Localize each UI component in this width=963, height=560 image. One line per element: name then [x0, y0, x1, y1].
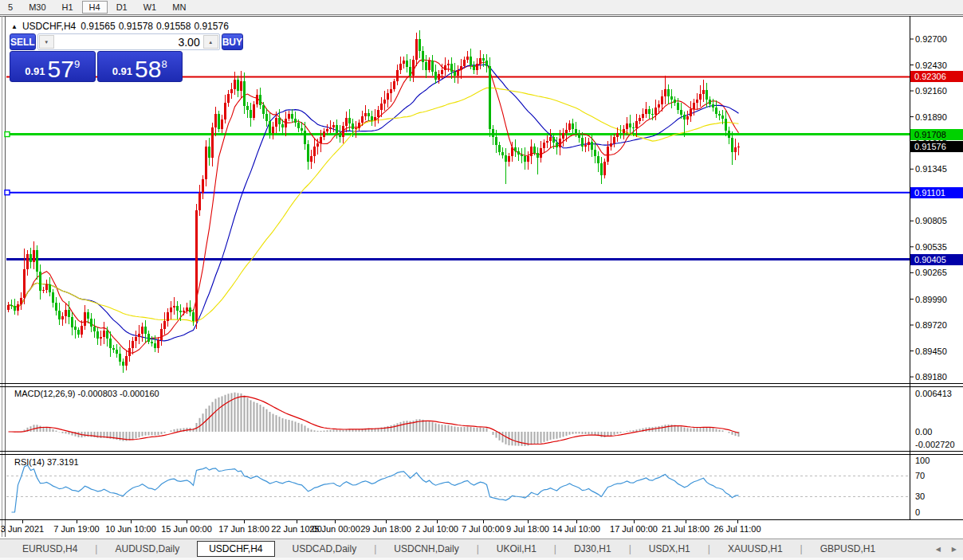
sell-price-pip: 9	[74, 58, 80, 70]
candle-body	[616, 133, 619, 137]
sell-button[interactable]: SELL	[10, 33, 36, 50]
volume-decrease-button[interactable]: ▼	[39, 35, 54, 49]
level-line-handle[interactable]	[5, 132, 10, 137]
candle-body	[49, 284, 51, 292]
buy-price-button[interactable]: 0.91 58 8	[97, 51, 183, 82]
candle-body	[444, 65, 446, 69]
candle-body	[702, 90, 705, 94]
candle-body	[297, 123, 300, 128]
candle-body	[307, 144, 309, 162]
sell-price-button[interactable]: 0.91 57 9	[10, 51, 96, 82]
candle-body	[23, 269, 26, 298]
candle-body	[39, 272, 41, 291]
candle-body	[310, 156, 312, 162]
candle-body	[61, 316, 64, 319]
candle-body	[221, 119, 223, 129]
candle-body	[674, 100, 676, 103]
candle-body	[581, 138, 584, 147]
candle-body	[227, 94, 230, 103]
candle-body	[275, 118, 277, 127]
candle-body	[434, 72, 437, 79]
candle-body	[374, 117, 376, 120]
candle-body	[584, 145, 587, 147]
chart-tab-dj30[interactable]: DJ30,H1	[564, 542, 621, 556]
candle-body	[476, 64, 478, 70]
candle-body	[84, 312, 86, 326]
chart-tab-xauusd[interactable]: XAUUSD,H1	[718, 542, 792, 556]
candle-body	[288, 114, 290, 119]
candle-body	[661, 96, 663, 104]
chart-tab-usdcnh[interactable]: USDCNH,Daily	[384, 542, 468, 556]
volume-input[interactable]	[54, 35, 203, 49]
candle-body	[208, 147, 210, 159]
tab-scroll-left-icon[interactable]: ◀	[936, 546, 941, 553]
chart-tab-audusd[interactable]: AUDUSD,Daily	[105, 542, 189, 556]
chart-tab-bar: EURUSD,H4|AUDUSD,DailyUSDCHF,H4USDCAD,Da…	[0, 538, 963, 558]
sell-price-digits: 57	[48, 58, 74, 80]
candle-body	[189, 307, 191, 312]
candle-body	[151, 342, 153, 343]
candle-body	[565, 130, 568, 134]
chart-tab-ukoil[interactable]: UKOil,H1	[487, 542, 546, 556]
candle-body	[546, 141, 548, 143]
candle-body	[211, 127, 214, 159]
price-chart[interactable]	[0, 0, 963, 560]
candle-body	[658, 104, 660, 108]
buy-button[interactable]: BUY	[222, 33, 243, 50]
candle-body	[10, 305, 13, 306]
candle-body	[527, 156, 529, 163]
candle-body	[556, 143, 558, 147]
candle-body	[498, 145, 501, 153]
volume-increase-button[interactable]: ▲	[203, 35, 218, 49]
candle-body	[352, 123, 354, 130]
level-line-handle[interactable]	[5, 190, 10, 195]
candle-body	[65, 310, 67, 317]
candle-body	[447, 64, 450, 65]
candle-body	[301, 128, 303, 131]
chart-tab-eurusd[interactable]: EURUSD,H4	[13, 542, 87, 556]
chart-title-high: 0.91578	[119, 21, 153, 32]
candle-body	[390, 89, 392, 94]
candle-body	[147, 334, 150, 342]
tab-separator: |	[374, 543, 376, 554]
chart-tab-gbpusd[interactable]: GBPUSD,H1	[811, 542, 885, 556]
candle-body	[706, 90, 708, 100]
trade-panel-toggle-icon[interactable]: ▲	[11, 23, 18, 30]
candle-body	[214, 114, 217, 127]
ma-slow-line	[9, 88, 739, 322]
chart-tab-usdcad[interactable]: USDCAD,Daily	[283, 542, 367, 556]
chart-tab-usdx[interactable]: USDX,H1	[639, 542, 700, 556]
candle-body	[377, 110, 379, 117]
candle-body	[623, 129, 625, 133]
candle-body	[473, 65, 475, 70]
candle-body	[645, 109, 647, 114]
candle-body	[409, 67, 411, 76]
candle-body	[68, 310, 70, 317]
candle-body	[552, 137, 555, 143]
candle-body	[157, 340, 159, 348]
candle-body	[466, 57, 469, 60]
candle-body	[524, 156, 526, 162]
candle-body	[272, 127, 274, 134]
candle-body	[116, 350, 118, 354]
candle-body	[294, 119, 297, 123]
sell-price-prefix: 0.91	[25, 65, 45, 77]
candle-body	[368, 113, 370, 116]
chart-tab-usdchf[interactable]: USDCHF,H4	[197, 541, 274, 557]
candle-body	[594, 150, 596, 156]
rsi-indicator-label: RSI(14) 37.3191	[14, 457, 79, 467]
candle-body	[355, 128, 357, 130]
candle-body	[42, 290, 45, 291]
candle-body	[632, 127, 635, 128]
candle-body	[654, 108, 657, 115]
candle-body	[265, 114, 268, 121]
candle-body	[304, 131, 306, 144]
buy-price-digits: 58	[135, 58, 161, 80]
tab-scroll-right-icon[interactable]: ▶	[952, 546, 957, 553]
candle-body	[610, 143, 612, 147]
candle-body	[428, 61, 430, 70]
candle-body	[230, 89, 233, 94]
candle-body	[141, 327, 143, 334]
candle-body	[505, 155, 507, 162]
candle-body	[77, 330, 80, 335]
